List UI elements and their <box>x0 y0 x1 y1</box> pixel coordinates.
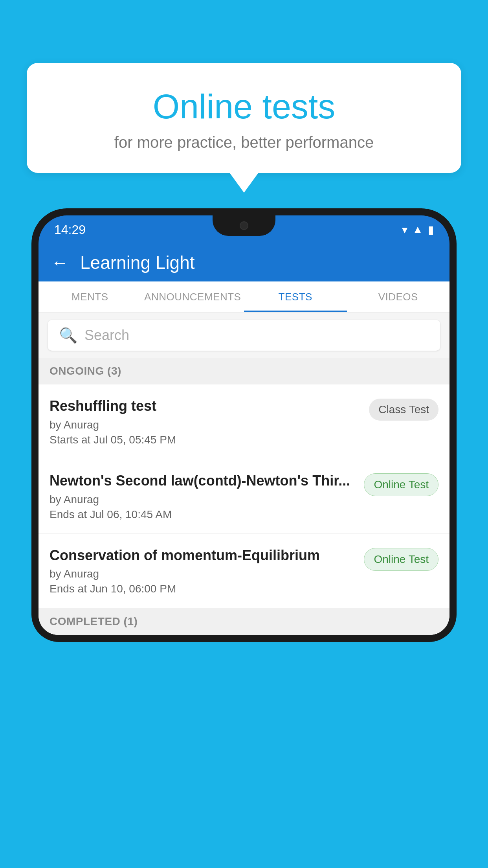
test-author: by Anurag <box>50 568 356 580</box>
signal-icon: ▲ <box>412 223 423 236</box>
speech-bubble-subtitle: for more practice, better performance <box>46 134 442 151</box>
status-bar: 14:29 ▾ ▲ ▮ <box>39 215 449 244</box>
completed-section-header: COMPLETED (1) <box>39 608 449 635</box>
phone-frame: 14:29 ▾ ▲ ▮ ← Learning Light MENTS ANNOU… <box>31 208 457 642</box>
ongoing-section-header: ONGOING (3) <box>39 358 449 384</box>
test-name: Newton's Second law(contd)-Newton's Thir… <box>50 472 356 490</box>
search-container: 🔍 Search <box>39 313 449 358</box>
status-icons: ▾ ▲ ▮ <box>402 223 434 236</box>
test-item[interactable]: Conservation of momentum-Equilibrium by … <box>39 534 449 609</box>
app-title: Learning Light <box>80 252 195 273</box>
tab-announcements[interactable]: ANNOUNCEMENTS <box>141 281 244 312</box>
search-bar[interactable]: 🔍 Search <box>48 320 440 351</box>
test-list: Reshuffling test by Anurag Starts at Jul… <box>39 384 449 608</box>
phone-screen: ← Learning Light MENTS ANNOUNCEMENTS TES… <box>39 244 449 635</box>
test-author: by Anurag <box>50 419 361 431</box>
search-placeholder: Search <box>84 327 129 344</box>
tab-ments[interactable]: MENTS <box>39 281 141 312</box>
test-badge: Online Test <box>364 473 438 496</box>
test-date: Starts at Jul 05, 05:45 PM <box>50 434 361 446</box>
test-info: Newton's Second law(contd)-Newton's Thir… <box>50 472 356 521</box>
app-header: ← Learning Light <box>39 244 449 281</box>
test-item[interactable]: Newton's Second law(contd)-Newton's Thir… <box>39 459 449 534</box>
test-name: Conservation of momentum-Equilibrium <box>50 546 356 565</box>
test-badge: Class Test <box>369 399 438 421</box>
status-time: 14:29 <box>54 223 86 237</box>
test-date: Ends at Jun 10, 06:00 PM <box>50 583 356 595</box>
phone-notch <box>213 215 275 236</box>
search-icon: 🔍 <box>59 327 77 344</box>
test-info: Conservation of momentum-Equilibrium by … <box>50 546 356 596</box>
back-button[interactable]: ← <box>51 253 68 272</box>
test-date: Ends at Jul 06, 10:45 AM <box>50 508 356 521</box>
test-badge: Online Test <box>364 548 438 571</box>
battery-icon: ▮ <box>428 223 434 236</box>
test-info: Reshuffling test by Anurag Starts at Jul… <box>50 397 361 446</box>
wifi-icon: ▾ <box>402 223 407 236</box>
phone-mockup: 14:29 ▾ ▲ ▮ ← Learning Light MENTS ANNOU… <box>31 208 457 868</box>
tab-videos[interactable]: VIDEOS <box>347 281 450 312</box>
test-name: Reshuffling test <box>50 397 361 416</box>
tab-tests[interactable]: TESTS <box>244 281 347 312</box>
test-item[interactable]: Reshuffling test by Anurag Starts at Jul… <box>39 384 449 459</box>
camera-dot <box>240 221 248 230</box>
test-author: by Anurag <box>50 493 356 506</box>
speech-bubble-title: Online tests <box>46 86 442 127</box>
speech-bubble: Online tests for more practice, better p… <box>27 63 461 173</box>
tabs-bar: MENTS ANNOUNCEMENTS TESTS VIDEOS <box>39 281 449 313</box>
